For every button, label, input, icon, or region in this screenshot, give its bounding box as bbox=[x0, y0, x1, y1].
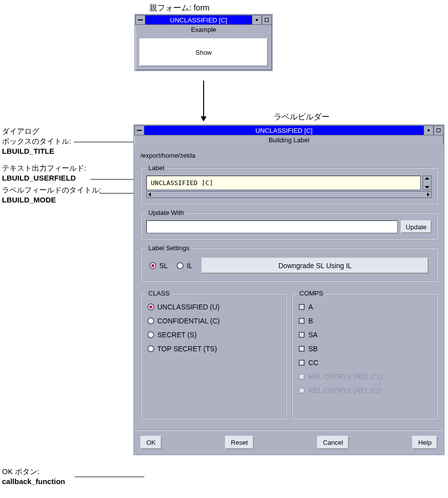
anno-lbuild-title: ダイアログ ボックスのタイトル: LBUILD_TITLE bbox=[2, 126, 71, 156]
class-legend: CLASS bbox=[146, 290, 172, 297]
comps-checkbox: REL CNTRY2 (REL C2) bbox=[299, 387, 431, 395]
dialog-titlebar: UNCLASSIFIED [C] bbox=[144, 125, 424, 135]
settings-legend: Label Settings bbox=[146, 244, 191, 252]
comps-legend: COMPS bbox=[298, 290, 326, 297]
downgrade-button[interactable]: Downgrade SL Using IL bbox=[202, 258, 429, 274]
label-builder-dialog: UNCLASSIFIED [C] Building Label /export/… bbox=[133, 124, 445, 455]
minimize-icon[interactable] bbox=[252, 15, 262, 25]
settings-radio-il[interactable]: IL bbox=[177, 262, 193, 270]
class-radio[interactable]: TOP SECRET (TS) bbox=[147, 345, 280, 353]
anno-lbuild-mode: ラベルフィールドのタイトル: LBUILD_MODE bbox=[2, 185, 101, 205]
comps-checkbox[interactable]: SA bbox=[299, 331, 431, 339]
parent-subtitle: Example bbox=[135, 25, 272, 34]
maximize-icon[interactable] bbox=[434, 125, 444, 135]
maximize-icon[interactable] bbox=[262, 15, 272, 25]
class-fieldset: CLASS UNCLASSIFIED (U)CONFIDENTIAL (C)SE… bbox=[140, 290, 287, 419]
dialog-subtitle: Building Label bbox=[134, 135, 444, 145]
window-menu-icon[interactable] bbox=[135, 15, 145, 25]
label-fieldset: Label UNCLASSIFIED [C] bbox=[140, 164, 438, 204]
class-radio[interactable]: SECRET (S) bbox=[147, 331, 280, 339]
window-menu-icon[interactable] bbox=[134, 125, 144, 135]
cancel-button[interactable]: Cancel bbox=[317, 436, 349, 449]
update-button[interactable]: Update bbox=[401, 220, 432, 233]
anno-lbuild-userfield: テキスト出力フィールド: LBUILD_USERFIELD bbox=[2, 163, 86, 183]
settings-radio-sl[interactable]: SL bbox=[149, 262, 168, 270]
dialog-button-bar: OK Reset Cancel Help bbox=[134, 430, 444, 454]
help-button[interactable]: Help bbox=[412, 436, 438, 449]
show-button[interactable]: Show bbox=[138, 37, 269, 67]
parent-form-heading: 親フォーム: form bbox=[149, 3, 210, 13]
horizontal-scrollbar[interactable] bbox=[146, 191, 432, 198]
settings-fieldset: Label Settings SLILDowngrade SL Using IL bbox=[140, 244, 438, 282]
comps-checkbox[interactable]: SB bbox=[299, 345, 431, 353]
class-radio[interactable]: UNCLASSIFIED (U) bbox=[147, 303, 280, 311]
comps-checkbox: REL CNTRY1 (REL C1) bbox=[299, 373, 431, 381]
comps-fieldset: COMPS ABSASBCCREL CNTRY1 (REL C1)REL CNT… bbox=[292, 290, 438, 419]
label-legend: Label bbox=[146, 164, 166, 172]
label-value-field[interactable]: UNCLASSIFIED [C] bbox=[146, 176, 421, 190]
ok-button[interactable]: OK bbox=[140, 436, 162, 449]
parent-form-window: UNCLASSIFIED [C] Example Show bbox=[134, 14, 273, 71]
comps-checkbox[interactable]: A bbox=[299, 303, 431, 311]
parent-titlebar: UNCLASSIFIED [C] bbox=[145, 15, 252, 25]
label-builder-heading: ラベルビルダー bbox=[274, 112, 330, 122]
update-legend: Update With bbox=[146, 209, 186, 216]
comps-checkbox[interactable]: B bbox=[299, 317, 431, 325]
reset-button[interactable]: Reset bbox=[225, 436, 254, 449]
comps-checkbox[interactable]: CC bbox=[299, 359, 431, 367]
anno-ok-callback: OK ボタン: callback_function bbox=[2, 467, 65, 487]
update-input[interactable] bbox=[146, 220, 398, 233]
minimize-icon[interactable] bbox=[424, 125, 434, 135]
vertical-scrollbar[interactable] bbox=[423, 176, 432, 190]
path-text: /export/home/zelda bbox=[140, 152, 438, 159]
class-radio[interactable]: CONFIDENTIAL (C) bbox=[147, 317, 280, 325]
update-fieldset: Update With Update bbox=[140, 209, 438, 239]
